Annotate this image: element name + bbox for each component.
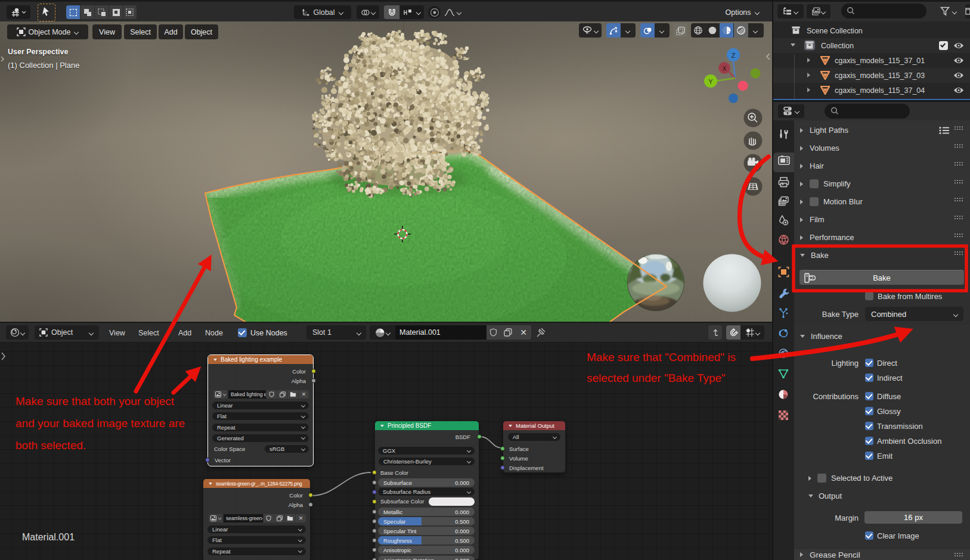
svg-text:Z: Z [732, 52, 736, 59]
svg-text:Y: Y [708, 78, 713, 85]
svg-text:X: X [722, 65, 726, 72]
